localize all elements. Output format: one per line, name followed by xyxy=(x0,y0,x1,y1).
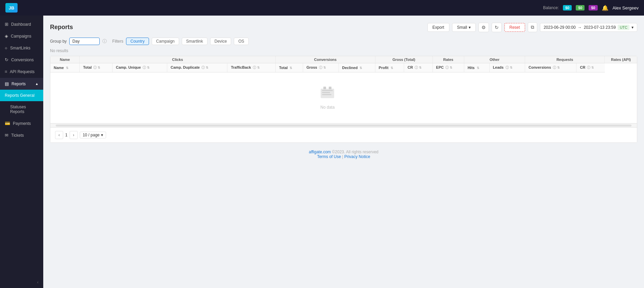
balance-badge-purple: $0 xyxy=(589,5,597,10)
empty-state-cell: No data xyxy=(50,72,605,124)
logo-box: JB xyxy=(5,3,18,13)
sort-total-clicks-icon[interactable]: ⇅ xyxy=(98,66,100,69)
info-leads[interactable]: ⓘ xyxy=(505,66,509,69)
sidebar-item-statuses-reports[interactable]: Statuses Reports xyxy=(0,101,43,117)
date-from: 2023-06-29 00:00 xyxy=(544,25,576,30)
sidebar-item-api-requests[interactable]: ⌗ API Requests xyxy=(0,66,43,78)
sidebar-label-statuses-reports: Statuses Reports xyxy=(10,105,39,114)
main-content: Reports Export Small ▾ ⚙ ↻ Reset ⧉ 2023-… xyxy=(43,16,644,288)
col-leads: Leads ⓘ⇅ xyxy=(489,63,525,72)
topbar: JB Balance: $0 $0 $0 🔔 Alex Sergeev xyxy=(0,0,644,16)
col-conversions-api: Conversions ⓘ⇅ xyxy=(525,63,576,72)
per-page-value: 10 / page xyxy=(83,133,100,137)
col-group-rates: Rates xyxy=(432,56,464,63)
info-trafficback[interactable]: ⓘ xyxy=(253,66,256,69)
info-camp-dup[interactable]: ⓘ xyxy=(201,66,205,69)
page-title: Reports xyxy=(50,24,73,31)
settings-icon[interactable]: ⚙ xyxy=(478,23,489,32)
next-page-button[interactable]: › xyxy=(70,131,78,139)
balance-label: Balance: xyxy=(543,5,559,10)
info-cr[interactable]: ⓘ xyxy=(415,66,418,69)
sidebar-label-tickets: Tickets xyxy=(11,133,24,138)
svg-rect-4 xyxy=(323,87,326,89)
sidebar-label-campaigns: Campaigns xyxy=(11,34,31,39)
sidebar-collapse-button[interactable]: ‹ xyxy=(0,276,43,288)
filter-tab-device[interactable]: Device xyxy=(210,38,231,45)
info-epc[interactable]: ⓘ xyxy=(445,66,449,69)
sort-name-icon[interactable]: ⇅ xyxy=(66,66,69,70)
sidebar-item-reports-general[interactable]: Reports General xyxy=(0,90,43,101)
per-page-dropdown[interactable]: 10 / page ▾ xyxy=(80,132,106,138)
copy-icon[interactable]: ⧉ xyxy=(528,22,537,32)
col-name: Name ⇅ xyxy=(50,63,79,72)
col-group-gross: Gross (Total) xyxy=(375,56,432,63)
balance-badge-green: $0 xyxy=(576,5,585,10)
sort-epc-icon[interactable]: ⇅ xyxy=(450,66,452,69)
col-group-requests: Requests xyxy=(525,56,605,63)
info-camp-unique[interactable]: ⓘ xyxy=(143,66,146,69)
sidebar-item-dashboard[interactable]: ⊞ Dashboard xyxy=(0,18,43,30)
info-total-clicks[interactable]: ⓘ xyxy=(93,66,97,69)
dropdown-arrow-icon: ▾ xyxy=(469,25,471,30)
sidebar-item-campaigns[interactable]: ◈ Campaigns xyxy=(0,30,43,42)
reports-icon: ▤ xyxy=(5,81,9,86)
logo: JB xyxy=(5,3,18,13)
date-to: 2023-07-13 23:59 xyxy=(584,25,616,30)
sort-camp-unique-icon[interactable]: ⇅ xyxy=(147,66,150,69)
page-number: 1 xyxy=(65,133,68,137)
bell-icon[interactable]: 🔔 xyxy=(602,5,609,11)
col-declined: Declined ⇅ xyxy=(339,63,375,72)
table-scroll[interactable]: Name Clicks Conversions Gross (Total) Ra… xyxy=(50,56,637,123)
sort-cr-icon[interactable]: ⇅ xyxy=(419,66,422,69)
sort-hits-icon[interactable]: ⇅ xyxy=(477,66,479,70)
export-button[interactable]: Export xyxy=(427,23,449,32)
reset-button[interactable]: Reset xyxy=(504,23,525,32)
info-cr-api[interactable]: ⓘ xyxy=(587,66,590,69)
sort-gross-conv-icon[interactable]: ⇅ xyxy=(323,66,326,69)
sort-leads-icon[interactable]: ⇅ xyxy=(510,66,513,69)
data-table: Name Clicks Conversions Gross (Total) Ra… xyxy=(50,56,637,143)
group-by-input[interactable] xyxy=(69,38,100,45)
footer-links: Terms of Use | Privacy Notice xyxy=(57,154,630,159)
sort-total-conv-icon[interactable]: ⇅ xyxy=(290,66,292,70)
tickets-icon: ✉ xyxy=(5,133,8,138)
sort-trafficback-icon[interactable]: ⇅ xyxy=(257,66,260,69)
sidebar-item-reports[interactable]: ▤ Reports ▲ xyxy=(0,78,43,90)
sort-conversions-api-icon[interactable]: ⇅ xyxy=(557,66,560,69)
sort-declined-icon[interactable]: ⇅ xyxy=(360,66,362,70)
group-by-label: Group by xyxy=(50,39,67,44)
filter-tab-campaign[interactable]: Campaign xyxy=(152,38,179,45)
group-by-info-icon[interactable]: ⓘ xyxy=(102,38,107,44)
terms-link[interactable]: Terms of Use xyxy=(317,154,341,159)
sort-profit-icon[interactable]: ⇅ xyxy=(391,66,393,70)
conversions-icon: ↻ xyxy=(5,57,8,62)
sidebar: ⊞ Dashboard ◈ Campaigns ⟐ SmartLinks ↻ C… xyxy=(0,16,43,288)
sidebar-item-tickets[interactable]: ✉ Tickets xyxy=(0,129,43,141)
col-profit: Profit ⇅ xyxy=(375,63,404,72)
filters-row: Group by ⓘ Filters Country Campaign Smar… xyxy=(50,38,637,45)
sidebar-item-smartlinks[interactable]: ⟐ SmartLinks xyxy=(0,42,43,54)
filter-tab-os[interactable]: OS xyxy=(234,38,248,45)
sort-camp-dup-icon[interactable]: ⇅ xyxy=(206,66,208,69)
col-hits: Hits ⇅ xyxy=(464,63,489,72)
col-camp-unique: Camp. Unique ⓘ⇅ xyxy=(113,63,167,72)
date-range-picker[interactable]: 2023-06-29 00:00 → 2023-07-13 23:59 UTC … xyxy=(540,23,637,32)
horizontal-scrollbar[interactable] xyxy=(50,123,637,127)
filter-tab-smartlink[interactable]: Smartlink xyxy=(182,38,207,45)
prev-page-button[interactable]: ‹ xyxy=(55,131,63,139)
sort-cr-api-icon[interactable]: ⇅ xyxy=(591,66,594,69)
small-dropdown-button[interactable]: Small ▾ xyxy=(452,23,476,32)
reports-arrow: ▲ xyxy=(35,82,39,86)
col-cr-api: CR ⓘ⇅ xyxy=(576,63,605,72)
filter-tab-country[interactable]: Country xyxy=(126,38,149,45)
privacy-link[interactable]: Privacy Notice xyxy=(344,154,370,159)
info-gross-conv[interactable]: ⓘ xyxy=(319,66,322,69)
refresh-icon[interactable]: ↻ xyxy=(492,23,502,32)
footer-copyright: ©2023. All rights reserved xyxy=(332,150,378,154)
sidebar-item-conversions[interactable]: ↻ Conversions xyxy=(0,54,43,66)
info-conversions-api[interactable]: ⓘ xyxy=(553,66,556,69)
col-group-conversions: Conversions xyxy=(275,56,375,63)
sidebar-item-payments[interactable]: 💳 Payments xyxy=(0,117,43,129)
balance-badge-cyan: $0 xyxy=(563,5,572,10)
affigate-link[interactable]: affigate.com xyxy=(309,150,331,154)
